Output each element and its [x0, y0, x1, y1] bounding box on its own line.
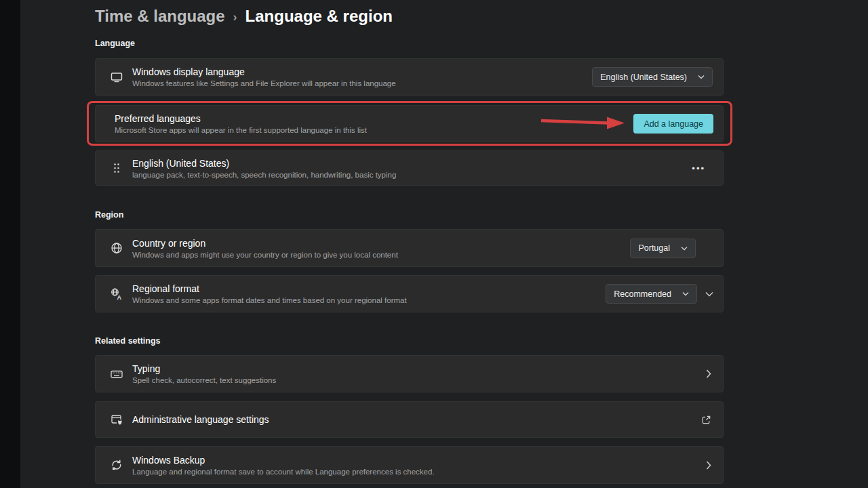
row-subtitle: Microsoft Store apps will appear in the …	[115, 126, 367, 134]
row-title: Preferred languages	[115, 113, 367, 124]
chevron-right-icon	[706, 369, 711, 378]
row-installed-language-english-us: English (United States) language pack, t…	[95, 150, 724, 186]
breadcrumb-parent[interactable]: Time & language	[95, 7, 225, 26]
row-subtitle: Windows features like Settings and File …	[132, 79, 396, 87]
window-shield-icon	[110, 413, 123, 426]
row-administrative-language-settings[interactable]: Administrative language settings	[95, 401, 724, 438]
display-language-dropdown[interactable]: English (United States)	[592, 67, 713, 87]
keyboard-icon	[110, 367, 123, 381]
regional-format-icon: A	[110, 287, 123, 301]
dropdown-value: Portugal	[638, 243, 670, 253]
row-windows-display-language: Windows display language Windows feature…	[95, 58, 724, 96]
breadcrumb: Time & language › Language & region	[95, 4, 393, 28]
row-preferred-languages: Preferred languages Microsoft Store apps…	[95, 105, 724, 142]
regional-format-dropdown[interactable]: Recommended	[606, 284, 697, 304]
chevron-down-icon	[698, 75, 705, 79]
row-windows-backup[interactable]: Windows Backup Language and regional for…	[95, 446, 724, 484]
row-typing[interactable]: Typing Spell check, autocorrect, text su…	[95, 355, 724, 392]
monitor-icon	[110, 70, 123, 84]
row-regional-format: A Regional format Windows and some apps …	[95, 275, 724, 312]
row-subtitle: Language and regional format save to acc…	[132, 468, 435, 476]
row-subtitle: Windows and apps might use your country …	[132, 251, 398, 259]
dropdown-value: Recommended	[614, 289, 671, 299]
svg-text:A: A	[117, 294, 122, 301]
chevron-down-icon	[682, 291, 689, 296]
dropdown-value: English (United States)	[600, 73, 687, 82]
section-label-related-settings: Related settings	[95, 336, 161, 346]
drag-handle-icon[interactable]	[110, 161, 123, 175]
expand-row-chevron-down-icon[interactable]	[705, 291, 713, 297]
row-country-or-region: Country or region Windows and apps might…	[95, 229, 724, 267]
chevron-down-icon	[681, 246, 688, 251]
row-subtitle: language pack, text-to-speech, speech re…	[132, 171, 396, 179]
row-subtitle: Windows and some apps format dates and t…	[132, 296, 407, 304]
section-label-language: Language	[95, 39, 135, 48]
breadcrumb-separator-icon: ›	[233, 9, 237, 24]
row-title: Typing	[132, 363, 276, 374]
country-dropdown[interactable]: Portugal	[630, 239, 696, 258]
left-edge-black-strip	[0, 0, 20, 488]
sync-icon	[110, 458, 123, 472]
row-title: Country or region	[132, 238, 398, 249]
row-title: Administrative language settings	[132, 414, 269, 425]
ellipsis-icon: •••	[692, 163, 705, 174]
more-options-button[interactable]: •••	[690, 161, 707, 176]
section-label-region: Region	[95, 210, 123, 220]
row-title: English (United States)	[132, 158, 396, 169]
row-title: Windows Backup	[132, 455, 435, 466]
globe-icon	[110, 241, 123, 255]
row-title: Regional format	[132, 283, 407, 294]
chevron-right-icon	[706, 461, 711, 470]
row-title: Windows display language	[132, 66, 396, 77]
page-title: Language & region	[245, 7, 393, 26]
external-link-icon	[701, 415, 711, 425]
row-subtitle: Spell check, autocorrect, text suggestio…	[132, 376, 276, 384]
add-a-language-button[interactable]: Add a language	[633, 114, 713, 134]
